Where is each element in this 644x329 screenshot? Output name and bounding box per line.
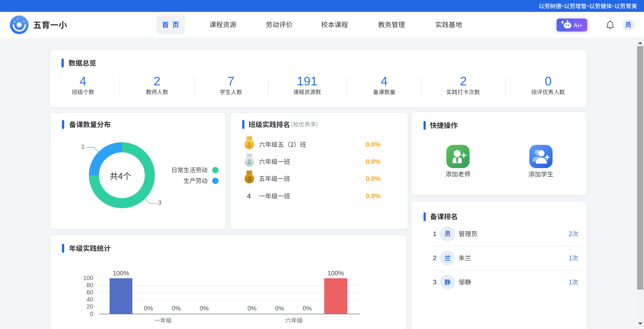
svg-text:3: 3	[248, 175, 251, 182]
svg-text:1: 1	[248, 141, 251, 148]
svg-text:2: 2	[248, 158, 251, 165]
